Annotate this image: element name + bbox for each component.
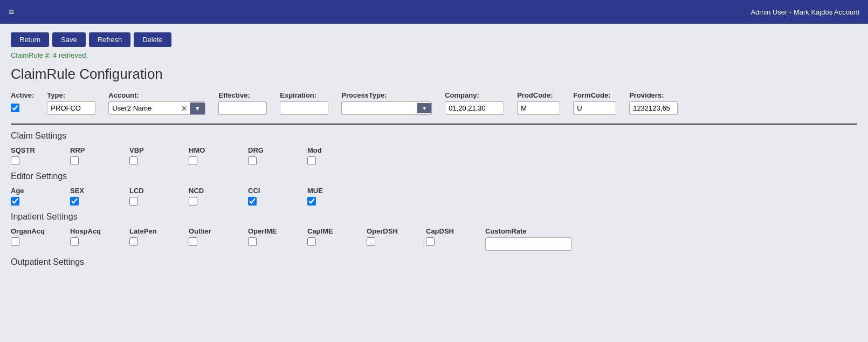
expiration-field: Expiration: bbox=[280, 91, 328, 115]
processtype-dropdown-button[interactable]: ▼ bbox=[417, 103, 431, 113]
customrate-label: CustomRate bbox=[485, 227, 527, 235]
delete-button[interactable]: Delete bbox=[134, 32, 171, 47]
hmo-field: HMO bbox=[189, 146, 248, 165]
sqstr-label: SQSTR bbox=[11, 146, 35, 154]
age-field: Age bbox=[11, 187, 70, 206]
organacq-field: OrganAcq bbox=[11, 227, 70, 251]
cci-checkbox[interactable] bbox=[248, 197, 257, 206]
configuration-form: Active: Type: Account: ✕ ▼ Effective: Ex… bbox=[11, 91, 857, 115]
age-checkbox[interactable] bbox=[11, 197, 19, 206]
toolbar: Return Save Refresh Delete bbox=[11, 32, 857, 47]
operdsh-label: OperDSH bbox=[367, 227, 398, 235]
hospacq-checkbox[interactable] bbox=[70, 237, 79, 246]
operime-label: OperIME bbox=[248, 227, 277, 235]
capdsh-field: CapDSH bbox=[426, 227, 485, 251]
drg-label: DRG bbox=[248, 146, 264, 154]
hmo-label: HMO bbox=[189, 146, 205, 154]
latepen-checkbox[interactable] bbox=[129, 237, 138, 246]
customrate-input[interactable] bbox=[485, 237, 571, 251]
account-clear-button[interactable]: ✕ bbox=[179, 103, 190, 114]
editor-settings-row: Age SEX LCD NCD CCI MUE bbox=[11, 187, 857, 206]
type-field: Type: bbox=[47, 91, 95, 115]
cci-label: CCI bbox=[248, 187, 260, 195]
processtype-field: ProcessType: ▼ bbox=[341, 91, 432, 115]
mod-field: Mod bbox=[307, 146, 367, 165]
ncd-label: NCD bbox=[189, 187, 204, 195]
hospacq-label: HospAcq bbox=[70, 227, 101, 235]
organacq-label: OrganAcq bbox=[11, 227, 45, 235]
outpatient-settings-header: Outpatient Settings bbox=[11, 257, 857, 267]
vbp-checkbox[interactable] bbox=[129, 156, 138, 165]
processtype-wrap: ▼ bbox=[341, 101, 432, 115]
prodcode-label: ProdCode: bbox=[517, 91, 560, 99]
capdsh-checkbox[interactable] bbox=[426, 237, 435, 246]
capime-checkbox[interactable] bbox=[307, 237, 316, 246]
rrp-field: RRP bbox=[70, 146, 129, 165]
return-button[interactable]: Return bbox=[11, 32, 49, 47]
effective-input[interactable] bbox=[218, 101, 267, 115]
sex-label: SEX bbox=[70, 187, 84, 195]
sqstr-field: SQSTR bbox=[11, 146, 70, 165]
page-title: ClaimRule Configuration bbox=[11, 66, 857, 83]
lcd-checkbox[interactable] bbox=[129, 197, 138, 206]
operdsh-field: OperDSH bbox=[367, 227, 426, 251]
drg-checkbox[interactable] bbox=[248, 156, 257, 165]
hmo-checkbox[interactable] bbox=[189, 156, 197, 165]
company-field: Company: bbox=[445, 91, 504, 115]
capime-field: CapIME bbox=[307, 227, 367, 251]
inpatient-settings-header: Inpatient Settings bbox=[11, 212, 857, 222]
processtype-label: ProcessType: bbox=[341, 91, 432, 99]
outlier-checkbox[interactable] bbox=[189, 237, 197, 246]
active-field: Active: bbox=[11, 91, 34, 112]
operdsh-checkbox[interactable] bbox=[367, 237, 375, 246]
active-checkbox[interactable] bbox=[11, 104, 19, 112]
sqstr-checkbox[interactable] bbox=[11, 156, 19, 165]
refresh-button[interactable]: Refresh bbox=[89, 32, 131, 47]
mod-checkbox[interactable] bbox=[307, 156, 316, 165]
company-input[interactable] bbox=[445, 101, 504, 115]
capdsh-label: CapDSH bbox=[426, 227, 454, 235]
expiration-input[interactable] bbox=[280, 101, 328, 115]
editor-settings-header: Editor Settings bbox=[11, 172, 857, 181]
cci-field: CCI bbox=[248, 187, 307, 206]
navbar: ≡ Admin User - Mark Kajdos Account bbox=[0, 0, 868, 24]
prodcode-input[interactable] bbox=[517, 101, 560, 115]
providers-input[interactable] bbox=[629, 101, 678, 115]
expiration-label: Expiration: bbox=[280, 91, 328, 99]
lcd-label: LCD bbox=[129, 187, 144, 195]
ncd-checkbox[interactable] bbox=[189, 197, 197, 206]
hamburger-icon[interactable]: ≡ bbox=[9, 6, 15, 18]
formcode-input[interactable] bbox=[573, 101, 616, 115]
age-label: Age bbox=[11, 187, 24, 195]
mod-label: Mod bbox=[307, 146, 322, 154]
latepen-field: LatePen bbox=[129, 227, 189, 251]
mue-label: MUE bbox=[307, 187, 323, 195]
inpatient-settings-row: OrganAcq HospAcq LatePen Outlier OperIME… bbox=[11, 227, 857, 251]
operime-checkbox[interactable] bbox=[248, 237, 257, 246]
formcode-label: FormCode: bbox=[573, 91, 616, 99]
prodcode-field: ProdCode: bbox=[517, 91, 560, 115]
lcd-field: LCD bbox=[129, 187, 189, 206]
ncd-field: NCD bbox=[189, 187, 248, 206]
processtype-input[interactable] bbox=[342, 102, 417, 114]
account-dropdown-button[interactable]: ▼ bbox=[190, 102, 205, 114]
claim-settings-header: Claim Settings bbox=[11, 131, 857, 141]
company-label: Company: bbox=[445, 91, 504, 99]
latepen-label: LatePen bbox=[129, 227, 157, 235]
account-input[interactable] bbox=[109, 102, 179, 114]
type-input[interactable] bbox=[47, 101, 95, 115]
mue-checkbox[interactable] bbox=[307, 197, 316, 206]
save-button[interactable]: Save bbox=[52, 32, 86, 47]
active-label: Active: bbox=[11, 91, 34, 99]
drg-field: DRG bbox=[248, 146, 307, 165]
hospAcq-field: HospAcq bbox=[70, 227, 129, 251]
vbp-label: VBP bbox=[129, 146, 144, 154]
account-label: Account: bbox=[108, 91, 205, 99]
sex-field: SEX bbox=[70, 187, 129, 206]
account-input-wrap: ✕ ▼ bbox=[108, 101, 205, 115]
providers-field: Providers: bbox=[629, 91, 678, 115]
rrp-checkbox[interactable] bbox=[70, 156, 79, 165]
organacq-checkbox[interactable] bbox=[11, 237, 19, 246]
sex-checkbox[interactable] bbox=[70, 197, 79, 206]
effective-label: Effective: bbox=[218, 91, 267, 99]
